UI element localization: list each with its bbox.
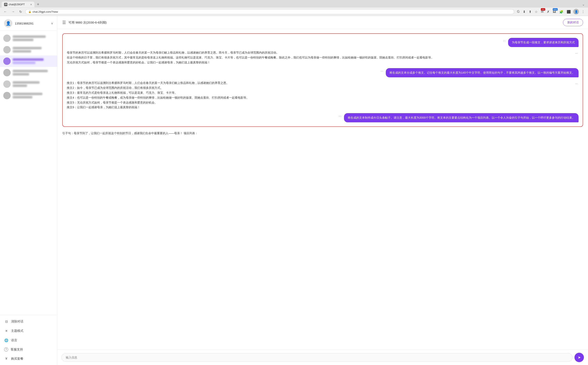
- address-field[interactable]: 🔒 chat.29gpt.com/?new: [25, 9, 514, 14]
- download-icon-button[interactable]: ⬇: [522, 9, 526, 14]
- send-button[interactable]: ➤: [574, 353, 584, 362]
- menu-button[interactable]: ⋮: [581, 9, 586, 14]
- ai-message-2: 推文1：母亲节的来历可以追溯到古希腊和罗马时期，人们会在春天的某一天为母亲们献上…: [67, 81, 579, 110]
- refresh-button[interactable]: ↻: [18, 9, 23, 14]
- conv-text: [13, 46, 54, 53]
- tab-bar: 29 chat@29GPT × + ⌄: [0, 0, 588, 7]
- back-button[interactable]: ←: [2, 9, 8, 14]
- user-message-2: ··· 将生成的文本分成多个推文。记住每个推文的最大长度为140个中文字符。使用…: [67, 68, 579, 77]
- google-icon-button[interactable]: G: [516, 9, 520, 14]
- list-item[interactable]: [0, 56, 57, 67]
- sidebar-item-language[interactable]: 🌐 语言: [0, 336, 57, 345]
- profile-avatar[interactable]: 👤: [573, 9, 579, 14]
- language-icon: 🌐: [4, 338, 9, 343]
- support-icon: ?: [4, 347, 8, 351]
- ai-message-dots-1[interactable]: ···: [574, 51, 579, 56]
- below-text: 引子句：母亲节到了，让我们一起庆祝这个特别的节日，感谢我们生命中最重要的人——母…: [62, 132, 198, 135]
- tab-favicon: 29: [4, 3, 7, 6]
- main-header: ☰ 可用 9880 次(2030-6-6到期) 新的对话: [57, 16, 588, 29]
- header-left: ☰ 可用 9880 次(2030-6-6到期): [62, 20, 107, 25]
- share-icon-button[interactable]: ⬆: [528, 9, 532, 14]
- forward-button[interactable]: →: [10, 9, 16, 14]
- input-area: ➤: [57, 350, 588, 365]
- theme-icon: ☀: [4, 329, 9, 333]
- window-icon-button[interactable]: ⬛: [566, 9, 572, 14]
- support-label: 客服支持: [11, 348, 23, 351]
- user-message-1: ··· 为母亲节生成一段推文，要求讲述来历和庆祝方式: [67, 38, 579, 47]
- language-label: 语言: [11, 338, 17, 342]
- ai-response-2: 推文1：母亲节的来历可以追溯到古希腊和罗马时期，人们会在春天的某一天为母亲们献上…: [67, 81, 573, 110]
- url-text: chat.29gpt.com/?new: [33, 10, 58, 13]
- conv-text: [13, 35, 54, 42]
- conv-text: [13, 92, 54, 99]
- clear-label: 清除对话: [11, 320, 23, 323]
- message-options-dots-2[interactable]: ···: [380, 69, 384, 74]
- sidebar-item-theme[interactable]: ☀ 主题模式: [0, 326, 57, 336]
- highlighted-section: ··· 为母亲节生成一段推文，要求讲述来历和庆祝方式 母亲节的来历可以追溯到古希…: [62, 33, 583, 127]
- new-chat-button[interactable]: 新的对话: [563, 19, 583, 26]
- user-message-3: ··· 将生成的文本制作成今日头条帖子。请注意，最大长度为3000个字符。将文本…: [67, 113, 579, 122]
- minimize-button[interactable]: ⌄: [581, 2, 586, 7]
- main-content: ☰ 可用 9880 次(2030-6-6到期) 新的对话 ··· 为母亲节生成一…: [57, 16, 588, 365]
- browser-actions: G ⬇ ⬆ ☆ ✉ 494 ✗ 🖼 New 🧩 ⬛ 👤 ⋮: [516, 9, 586, 14]
- list-item[interactable]: [0, 67, 57, 78]
- sidebar-header: 👤 13581988291 ∨: [0, 16, 57, 31]
- send-icon: ➤: [578, 355, 581, 360]
- ai-message-dots-2[interactable]: ···: [574, 81, 579, 86]
- sidebar-item-clear[interactable]: ⊟ 清除对话: [0, 317, 57, 326]
- lock-icon: 🔒: [28, 10, 31, 13]
- conv-avatar: [3, 80, 11, 88]
- below-section: 引子句：母亲节到了，让我们一起庆祝这个特别的节日，感谢我们生命中最重要的人——母…: [62, 130, 583, 137]
- extensions-icon-button[interactable]: 🧩: [559, 9, 564, 14]
- active-tab[interactable]: 29 chat@29GPT ×: [2, 2, 34, 7]
- usage-text: 可用 9880 次(2030-6-6到期): [68, 21, 107, 25]
- bookmark-icon-button[interactable]: ☆: [534, 9, 538, 14]
- conv-text: [13, 57, 54, 65]
- clear-icon: ⊟: [4, 319, 9, 324]
- user-bubble-3: 将生成的文本制作成今日头条帖子。请注意，最大长度为3000个字符。将文本的主要要…: [344, 113, 579, 122]
- conv-avatar: [3, 57, 11, 65]
- ai-response-1: 母亲节的来历可以追溯到古希腊和罗马时期，人们会在春天的某一天为母亲们献上祭品和礼…: [67, 50, 573, 65]
- chevron-down-icon[interactable]: ∨: [51, 22, 53, 25]
- message-input[interactable]: [61, 353, 573, 362]
- user-phone: 13581988291: [15, 22, 49, 25]
- user-avatar: 👤: [4, 19, 12, 28]
- hamburger-icon[interactable]: ☰: [62, 20, 66, 25]
- conv-text: [13, 80, 54, 88]
- sidebar-item-support[interactable]: ? 客服支持: [0, 345, 57, 354]
- conv-avatar: [3, 35, 11, 42]
- list-item[interactable]: [0, 33, 57, 44]
- gmail-badge-count: 494: [541, 8, 545, 11]
- list-item[interactable]: [0, 78, 57, 90]
- tab-close-button[interactable]: ×: [30, 3, 32, 6]
- sidebar-item-purchase[interactable]: ¥ 购买套餐: [0, 354, 57, 363]
- message-options-dots-3[interactable]: ···: [338, 113, 342, 119]
- new-badge-button[interactable]: 🖼 New: [552, 9, 557, 14]
- list-item[interactable]: [0, 90, 57, 101]
- message-options-dots[interactable]: ···: [502, 38, 507, 44]
- conv-text: [13, 69, 54, 76]
- purchase-icon: ¥: [4, 356, 9, 361]
- new-badge-label: New: [553, 8, 558, 11]
- user-bubble-1: 为母亲节生成一段推文，要求讲述来历和庆祝方式: [508, 38, 579, 47]
- tab-label: chat@29GPT: [9, 3, 25, 6]
- address-bar: ← → ↻ 🔒 chat.29gpt.com/?new G ⬇ ⬆ ☆ ✉ 49…: [0, 7, 588, 16]
- sidebar-footer: ⊟ 清除对话 ☀ 主题模式 🌐 语言 ? 客服支持 ¥ 购买套餐: [0, 315, 57, 365]
- app-container: 👤 13581988291 ∨: [0, 16, 588, 365]
- user-bubble-2: 将生成的文本分成多个推文。记住每个推文的最大长度为140个中文字符。使用简短的句…: [386, 68, 579, 77]
- chat-area: ··· 为母亲节生成一段推文，要求讲述来历和庆祝方式 母亲节的来历可以追溯到古希…: [57, 29, 588, 350]
- x-icon-button[interactable]: ✗: [546, 9, 550, 14]
- sidebar: 👤 13581988291 ∨: [0, 16, 57, 365]
- theme-label: 主题模式: [11, 329, 23, 333]
- conv-avatar: [3, 92, 11, 99]
- gmail-button[interactable]: ✉ 494: [540, 9, 544, 14]
- new-tab-button[interactable]: +: [35, 1, 41, 7]
- ai-message-1: 母亲节的来历可以追溯到古希腊和罗马时期，人们会在春天的某一天为母亲们献上祭品和礼…: [67, 50, 579, 65]
- conv-avatar: [3, 46, 11, 53]
- purchase-label: 购买套餐: [11, 357, 23, 361]
- browser-chrome: 29 chat@29GPT × + ⌄ ← → ↻ 🔒 chat.29gpt.c…: [0, 0, 588, 16]
- sidebar-conversations: [0, 31, 57, 315]
- list-item[interactable]: [0, 44, 57, 56]
- conv-avatar: [3, 69, 11, 76]
